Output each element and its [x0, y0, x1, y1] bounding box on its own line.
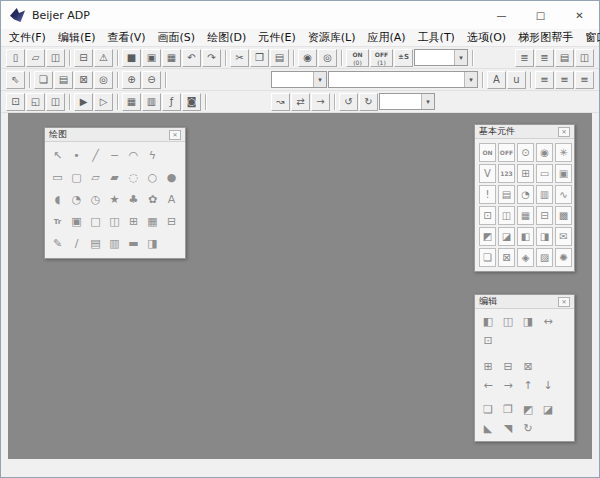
keypad-widget[interactable]: ⊞ [517, 164, 534, 183]
text-label-tool[interactable]: Tr [48, 211, 67, 233]
bar-graph-widget[interactable]: ▥ [536, 185, 553, 204]
paste-button[interactable]: ▤ [270, 49, 289, 67]
diamond-widget[interactable]: ◈ [517, 248, 534, 267]
print-button[interactable]: ⊟ [74, 49, 93, 67]
on-button-widget[interactable]: ON [479, 143, 496, 162]
rectangle-tool[interactable]: ▭ [48, 167, 67, 189]
menu-item-screen[interactable]: 画面(S) [152, 29, 202, 46]
screen-paste-button[interactable]: ▤ [54, 71, 73, 89]
filled-parallelogram-tool[interactable]: ▰ [105, 167, 124, 189]
group-objects[interactable]: ⊞ [478, 357, 498, 376]
copy-button[interactable]: ❐ [250, 49, 269, 67]
pointer-button[interactable]: ⇖ [6, 71, 25, 89]
pie-tool[interactable]: ◔ [67, 189, 86, 211]
send-backward[interactable]: ◪ [538, 400, 558, 419]
sector-tool[interactable]: ◷ [86, 189, 105, 211]
menu-item-edit[interactable]: 编辑(E) [52, 29, 102, 46]
chevron-down-icon[interactable]: ▾ [421, 94, 434, 109]
palette-basic-titlebar[interactable]: 基本元件 ✕ [475, 125, 574, 139]
trend-graph-widget[interactable]: ∿ [555, 185, 572, 204]
polygon-tool[interactable]: ♣ [124, 189, 143, 211]
orthogonal-connector-button[interactable]: ⇄ [291, 93, 310, 111]
align-right-edit[interactable]: ◨ [518, 312, 538, 331]
menu-item-application[interactable]: 应用(A) [361, 29, 411, 46]
save-button[interactable]: ◫ [46, 49, 65, 67]
grid-button[interactable]: ▦ [162, 49, 181, 67]
palette-edit-close-icon[interactable]: ✕ [558, 297, 570, 307]
palette-draw-titlebar[interactable]: 绘图 ✕ [45, 128, 185, 142]
minimize-icon[interactable]: — [482, 1, 521, 29]
off-button-widget[interactable]: OFF [498, 143, 515, 162]
nudge-left[interactable]: ← [478, 376, 498, 395]
image-tool[interactable]: ▣ [67, 211, 86, 233]
pilot-lamp-widget[interactable]: ◉ [536, 143, 553, 162]
function-button-widget[interactable]: ▣ [555, 164, 572, 183]
multistate-lamp-widget[interactable]: ✳ [555, 143, 572, 162]
ellipse-tool[interactable]: ◌ [124, 167, 143, 189]
screen-combo[interactable]: ▾ [271, 71, 327, 88]
align-left-edit[interactable]: ◧ [478, 312, 498, 331]
grid-tool[interactable]: ⊟ [162, 211, 181, 233]
replace-button[interactable]: ◎ [318, 49, 337, 67]
lock-button[interactable]: ◙ [182, 93, 201, 111]
object-name-combo[interactable]: ▾ [328, 71, 478, 88]
cut-button[interactable]: ✂ [230, 49, 249, 67]
polyline-tool[interactable]: ϟ [143, 145, 162, 167]
bring-to-front[interactable]: ❏ [478, 400, 498, 419]
library-save-button[interactable]: ▥ [142, 93, 161, 111]
redo-button[interactable]: ↷ [202, 49, 221, 67]
layers-button[interactable]: ◫ [575, 49, 594, 67]
align-center-button[interactable]: ≡ [555, 71, 574, 89]
font-button[interactable]: A [487, 71, 506, 89]
macro-button[interactable]: ƒ [162, 93, 181, 111]
menu-item-ladder[interactable]: 梯形图帮手 [512, 29, 579, 46]
chord-tool[interactable]: ◖ [48, 189, 67, 211]
underline-button[interactable]: u [507, 71, 526, 89]
ascii-display-widget[interactable]: ◫ [498, 206, 515, 225]
table-tool[interactable]: ▦ [143, 211, 162, 233]
menu-item-library[interactable]: 资源库(L) [302, 29, 362, 46]
menu-item-object[interactable]: 元件(E) [252, 29, 302, 46]
new-button[interactable]: ▯ [6, 49, 25, 67]
filled-ellipse-tool[interactable]: ● [162, 167, 181, 189]
online-run-button[interactable]: ▣ [142, 49, 161, 67]
parallelogram-tool[interactable]: ▱ [86, 167, 105, 189]
undo-button[interactable]: ↶ [182, 49, 201, 67]
select-tool[interactable]: ↖ [48, 145, 67, 167]
pen-tool[interactable]: ✎ [48, 233, 67, 255]
sub-screen-widget[interactable]: ⊟ [536, 206, 553, 225]
ungroup-objects[interactable]: ⊟ [498, 357, 518, 376]
close-window-widget[interactable]: ⊠ [498, 248, 515, 267]
screen-manager-button[interactable]: ◫ [46, 93, 65, 111]
push-button-widget[interactable]: ▭ [536, 164, 553, 183]
numeric-entry-widget[interactable]: 123 [498, 164, 515, 183]
slash-tool[interactable]: ∕ [67, 233, 86, 255]
panel-tool[interactable]: ◫ [105, 211, 124, 233]
text-tool[interactable]: A [162, 189, 181, 211]
palette-edit-titlebar[interactable]: 编辑 ✕ [475, 295, 574, 309]
recipe-widget[interactable]: ▩ [555, 206, 572, 225]
palette-basic-close-icon[interactable]: ✕ [558, 127, 570, 137]
align-right-button[interactable]: ≡ [575, 71, 594, 89]
nudge-right[interactable]: → [498, 376, 518, 395]
meter-widget[interactable]: ◔ [517, 185, 534, 204]
right-switch-widget[interactable]: ◨ [536, 227, 553, 246]
straight-connector-button[interactable]: → [311, 93, 330, 111]
palette-draw-close-icon[interactable]: ✕ [169, 130, 181, 140]
flip-horizontal[interactable]: ◣ [478, 419, 498, 438]
send-to-back[interactable]: ❐ [498, 400, 518, 419]
message-display-widget[interactable]: ▤ [498, 185, 515, 204]
state-combo[interactable]: ▾ [414, 49, 468, 66]
arc-tool[interactable]: ◠ [124, 145, 143, 167]
detail-view-button[interactable]: ▤ [555, 49, 574, 67]
zoom-in-button[interactable]: ⊕ [122, 71, 141, 89]
preview-button[interactable]: ◎ [94, 71, 113, 89]
menu-item-draw[interactable]: 绘图(D) [201, 29, 252, 46]
find-button[interactable]: ◉ [298, 49, 317, 67]
off-state-button[interactable]: OFF(1) [370, 49, 393, 67]
down-switch-widget[interactable]: ◪ [498, 227, 515, 246]
offline-run-button[interactable]: ■ [122, 49, 141, 67]
close-icon[interactable]: ✕ [560, 1, 599, 29]
menu-item-tools[interactable]: 工具(T) [412, 29, 461, 46]
rounded-rectangle-tool[interactable]: ▢ [67, 167, 86, 189]
